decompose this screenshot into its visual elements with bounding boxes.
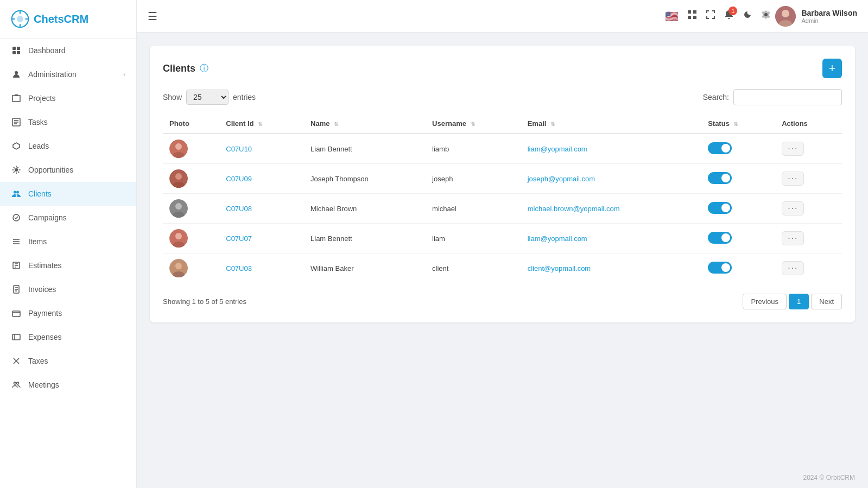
- actions-menu-button[interactable]: ···: [782, 201, 804, 216]
- language-flag[interactable]: 🇺🇸: [665, 10, 679, 23]
- svg-point-14: [16, 191, 19, 194]
- client-id-link[interactable]: C07U07: [226, 235, 252, 243]
- sidebar-label-opportunities: Opportunities: [28, 166, 125, 174]
- status-toggle[interactable]: [708, 142, 732, 154]
- pagination-info: Showing 1 to 5 of 5 entries: [163, 297, 246, 306]
- expenses-icon: [11, 332, 22, 343]
- sidebar-item-tasks[interactable]: Tasks: [0, 110, 136, 134]
- svg-rect-36: [693, 10, 696, 14]
- actions-menu-button[interactable]: ···: [782, 142, 804, 156]
- sidebar-label-estimates: Estimates: [28, 261, 125, 270]
- svg-rect-37: [688, 16, 691, 19]
- sidebar-item-invoices[interactable]: Invoices: [0, 277, 136, 301]
- chevron-right-icon: ›: [123, 71, 125, 78]
- col-client-id[interactable]: Client Id ⇅: [219, 114, 304, 134]
- previous-button[interactable]: Previous: [743, 294, 787, 309]
- administration-icon: [11, 69, 22, 80]
- header-icons: 🇺🇸 1: [665, 10, 771, 23]
- sidebar-item-leads[interactable]: Leads: [0, 134, 136, 158]
- cell-status: [701, 224, 775, 253]
- actions-menu-button[interactable]: ···: [782, 231, 804, 245]
- email-link[interactable]: joseph@yopmail.com: [528, 175, 595, 183]
- sidebar-nav: Dashboard Administration › Projects Task…: [0, 39, 136, 397]
- header-user[interactable]: Barbara Wilson Admin: [775, 6, 857, 27]
- client-id-link[interactable]: C07U03: [226, 264, 252, 272]
- row-avatar: [169, 229, 188, 248]
- svg-rect-3: [17, 47, 20, 50]
- next-button[interactable]: Next: [811, 294, 842, 309]
- col-email[interactable]: Email ⇅: [521, 114, 701, 134]
- sidebar-label-payments: Payments: [28, 309, 125, 318]
- sidebar-item-campaigns[interactable]: Campaigns: [0, 206, 136, 230]
- settings-icon[interactable]: [761, 10, 771, 22]
- sidebar-item-items[interactable]: Items: [0, 230, 136, 253]
- email-link[interactable]: liam@yopmail.com: [528, 145, 587, 153]
- notification-icon[interactable]: 1: [724, 10, 734, 22]
- dashboard-icon: [11, 45, 22, 56]
- cell-status: [701, 253, 775, 283]
- cell-email: joseph@yopmail.com: [521, 164, 701, 194]
- cell-actions: ···: [775, 194, 842, 224]
- clients-card: Clients ⓘ + Show 25 10 50 100 entries: [150, 46, 855, 322]
- grid-icon[interactable]: [687, 10, 697, 22]
- status-toggle[interactable]: [708, 202, 732, 214]
- col-name[interactable]: Name ⇅: [304, 114, 426, 134]
- cell-client-id: C07U08: [219, 194, 304, 224]
- col-username[interactable]: Username ⇅: [426, 114, 521, 134]
- estimates-icon: [11, 260, 22, 271]
- status-toggle[interactable]: [708, 232, 732, 244]
- sidebar-item-administration[interactable]: Administration ›: [0, 62, 136, 86]
- cell-email: liam@yopmail.com: [521, 224, 701, 253]
- svg-marker-11: [13, 143, 20, 149]
- table-row: C07U08 Michael Brown michael michael.bro…: [163, 194, 842, 224]
- info-icon[interactable]: ⓘ: [200, 63, 208, 74]
- sidebar-item-clients[interactable]: Clients: [0, 182, 136, 206]
- sidebar-item-meetings[interactable]: Meetings: [0, 373, 136, 397]
- notification-badge: 1: [728, 7, 737, 15]
- sidebar-item-estimates[interactable]: Estimates: [0, 253, 136, 277]
- client-id-link[interactable]: C07U08: [226, 205, 252, 213]
- taxes-icon: [11, 356, 22, 366]
- sidebar: ChetsCRM Dashboard Administration › Proj…: [0, 0, 137, 488]
- actions-menu-button[interactable]: ···: [782, 172, 804, 186]
- svg-rect-4: [12, 51, 16, 54]
- client-id-link[interactable]: C07U09: [226, 175, 252, 183]
- svg-point-33: [14, 382, 16, 384]
- copyright: 2024 © OrbitCRM: [803, 474, 855, 481]
- sidebar-logo: ChetsCRM: [0, 0, 136, 39]
- email-link[interactable]: liam@yopmail.com: [528, 235, 587, 243]
- hamburger-button[interactable]: ☰: [148, 10, 157, 23]
- status-toggle[interactable]: [708, 172, 732, 184]
- status-toggle[interactable]: [708, 262, 732, 274]
- page-1-button[interactable]: 1: [789, 294, 809, 309]
- campaigns-icon: [11, 212, 22, 223]
- svg-rect-5: [17, 51, 20, 54]
- sidebar-item-opportunities[interactable]: Opportunities: [0, 158, 136, 182]
- cell-username: joseph: [426, 164, 521, 194]
- row-avatar: [169, 199, 188, 218]
- client-id-link[interactable]: C07U10: [226, 145, 252, 153]
- cell-email: client@yopmail.com: [521, 253, 701, 283]
- svg-point-47: [175, 173, 182, 180]
- meetings-icon: [11, 379, 22, 390]
- cell-name: Liam Bennett: [304, 224, 426, 253]
- sidebar-label-meetings: Meetings: [28, 381, 125, 389]
- expand-icon[interactable]: [706, 10, 715, 22]
- email-link[interactable]: michael.brown@yopmail.com: [528, 205, 620, 213]
- sidebar-item-expenses[interactable]: Expenses: [0, 325, 136, 349]
- cell-username: liam: [426, 224, 521, 253]
- email-link[interactable]: client@yopmail.com: [528, 264, 591, 272]
- col-status[interactable]: Status ⇅: [701, 114, 775, 134]
- dark-mode-icon[interactable]: [743, 10, 752, 22]
- sidebar-item-projects[interactable]: Projects: [0, 86, 136, 110]
- sidebar-item-payments[interactable]: Payments: [0, 301, 136, 325]
- entries-select[interactable]: 25 10 50 100: [186, 90, 229, 105]
- actions-menu-button[interactable]: ···: [782, 261, 804, 275]
- sidebar-item-dashboard[interactable]: Dashboard: [0, 39, 136, 62]
- page-title: Clients: [163, 63, 195, 74]
- sidebar-item-taxes[interactable]: Taxes: [0, 349, 136, 373]
- clients-table: Photo Client Id ⇅ Name ⇅ Username ⇅ Emai…: [163, 114, 842, 283]
- table-row: C07U03 William Baker client client@yopma…: [163, 253, 842, 283]
- search-input[interactable]: [733, 89, 842, 105]
- add-client-button[interactable]: +: [822, 59, 842, 78]
